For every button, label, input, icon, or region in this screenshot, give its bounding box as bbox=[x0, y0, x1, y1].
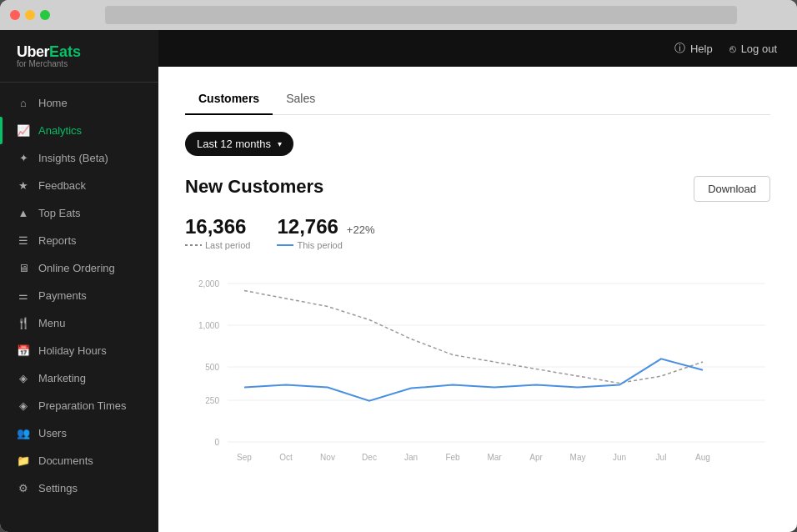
stat-this-value: 12,766 bbox=[277, 215, 338, 238]
documents-icon: 📁 bbox=[17, 454, 30, 467]
dot-maximize[interactable] bbox=[40, 10, 50, 20]
holiday-hours-icon: 📅 bbox=[17, 344, 30, 357]
sidebar-item-settings-label: Settings bbox=[38, 482, 78, 494]
insights-icon: ✦ bbox=[17, 152, 30, 164]
sidebar-item-analytics[interactable]: 📈 Analytics bbox=[0, 117, 158, 144]
sidebar-item-menu-label: Menu bbox=[38, 317, 66, 329]
stat-last-period: 16,366 Last period bbox=[185, 215, 250, 250]
main-content: ⓘ Help ⎋ Log out Customers Sales bbox=[158, 30, 797, 532]
url-bar[interactable] bbox=[105, 6, 737, 24]
sidebar-item-feedback[interactable]: ★ Feedback bbox=[0, 172, 158, 199]
svg-text:Dec: Dec bbox=[362, 453, 377, 462]
sidebar-item-insights[interactable]: ✦ Insights (Beta) bbox=[0, 144, 158, 172]
chevron-down-icon: ▾ bbox=[278, 139, 282, 148]
filter-row: Last 12 months ▾ bbox=[185, 132, 770, 156]
sidebar-item-online-ordering-label: Online Ordering bbox=[38, 262, 115, 274]
current-period-line bbox=[244, 359, 703, 400]
sidebar-item-top-eats[interactable]: ▲ Top Eats bbox=[0, 199, 158, 227]
svg-text:Oct: Oct bbox=[279, 453, 293, 462]
app-container: UberEats for Merchants ⌂ Home 📈 Analytic… bbox=[0, 30, 797, 532]
svg-text:Feb: Feb bbox=[445, 453, 460, 462]
sidebar-item-top-eats-label: Top Eats bbox=[38, 207, 81, 219]
svg-text:Mar: Mar bbox=[487, 453, 502, 462]
reports-icon: ☰ bbox=[17, 234, 30, 247]
sidebar-item-holiday-hours-label: Holiday Hours bbox=[38, 344, 107, 357]
tab-customers[interactable]: Customers bbox=[185, 83, 273, 115]
stat-this-period: 12,766 +22% This period bbox=[277, 215, 374, 250]
svg-text:Jan: Jan bbox=[404, 453, 418, 462]
preparation-times-icon: ◈ bbox=[17, 399, 30, 412]
stat-this-label-row: This period bbox=[277, 240, 374, 250]
svg-text:Sep: Sep bbox=[237, 453, 252, 462]
last-period-line-indicator bbox=[185, 244, 202, 246]
sidebar-item-marketing-label: Marketing bbox=[38, 372, 86, 384]
users-icon: 👥 bbox=[17, 427, 30, 439]
dot-minimize[interactable] bbox=[25, 10, 35, 20]
chart-container: 2,000 1,000 500 250 0 Sep Oct Nov Dec Ja… bbox=[185, 267, 770, 467]
browser-window: UberEats for Merchants ⌂ Home 📈 Analytic… bbox=[0, 0, 797, 532]
help-label: Help bbox=[690, 43, 713, 55]
logo-eats: Eats bbox=[49, 43, 81, 60]
this-period-line-indicator bbox=[277, 244, 293, 246]
svg-text:2,000: 2,000 bbox=[198, 279, 219, 289]
sidebar-item-feedback-label: Feedback bbox=[38, 179, 86, 192]
sidebar-item-holiday-hours[interactable]: 📅 Holiday Hours bbox=[0, 337, 158, 364]
home-icon: ⌂ bbox=[17, 97, 30, 109]
content-area: Customers Sales Last 12 months ▾ New Cus… bbox=[158, 67, 797, 532]
sidebar: UberEats for Merchants ⌂ Home 📈 Analytic… bbox=[0, 30, 158, 532]
logout-label: Log out bbox=[741, 43, 777, 55]
last-period-line bbox=[244, 291, 703, 384]
chart-svg: 2,000 1,000 500 250 0 Sep Oct Nov Dec Ja… bbox=[185, 267, 770, 467]
sidebar-item-reports-label: Reports bbox=[38, 234, 77, 247]
top-eats-icon: ▲ bbox=[17, 207, 30, 219]
svg-text:Jul: Jul bbox=[656, 453, 667, 462]
sidebar-item-analytics-label: Analytics bbox=[38, 124, 82, 137]
sidebar-item-online-ordering[interactable]: 🖥 Online Ordering bbox=[0, 254, 158, 282]
sidebar-logo: UberEats for Merchants bbox=[0, 30, 158, 83]
chart-title: New Customers bbox=[185, 176, 323, 198]
tabs: Customers Sales bbox=[185, 83, 770, 115]
help-button[interactable]: ⓘ Help bbox=[674, 41, 713, 56]
feedback-icon: ★ bbox=[17, 179, 30, 192]
stat-this-label: This period bbox=[297, 240, 342, 250]
svg-text:Nov: Nov bbox=[320, 453, 335, 462]
help-circle-icon: ⓘ bbox=[674, 41, 685, 56]
marketing-icon: ◈ bbox=[17, 372, 30, 384]
tab-sales[interactable]: Sales bbox=[273, 83, 328, 115]
logout-button[interactable]: ⎋ Log out bbox=[729, 43, 777, 55]
sidebar-item-reports[interactable]: ☰ Reports bbox=[0, 227, 158, 254]
stat-last-label-row: Last period bbox=[185, 240, 250, 250]
sidebar-item-users[interactable]: 👥 Users bbox=[0, 419, 158, 447]
sidebar-item-users-label: Users bbox=[38, 427, 67, 439]
svg-text:500: 500 bbox=[205, 363, 219, 372]
sidebar-item-preparation-times-label: Preparation Times bbox=[38, 399, 127, 412]
chart-header: New Customers Download bbox=[185, 176, 770, 202]
top-bar: ⓘ Help ⎋ Log out bbox=[158, 30, 797, 67]
logout-icon: ⎋ bbox=[729, 43, 736, 55]
sidebar-item-home[interactable]: ⌂ Home bbox=[0, 89, 158, 117]
svg-text:May: May bbox=[570, 453, 586, 462]
svg-text:Aug: Aug bbox=[695, 453, 710, 462]
download-button[interactable]: Download bbox=[694, 176, 770, 202]
stat-last-label: Last period bbox=[205, 240, 250, 250]
logo-uber: Uber bbox=[17, 43, 49, 60]
svg-text:1,000: 1,000 bbox=[198, 321, 219, 330]
sidebar-item-menu[interactable]: 🍴 Menu bbox=[0, 309, 158, 337]
sidebar-item-payments[interactable]: ⚌ Payments bbox=[0, 282, 158, 309]
svg-text:0: 0 bbox=[214, 438, 219, 447]
date-filter-button[interactable]: Last 12 months ▾ bbox=[185, 132, 293, 156]
sidebar-item-payments-label: Payments bbox=[38, 289, 87, 302]
settings-icon: ⚙ bbox=[17, 482, 30, 494]
sidebar-item-settings[interactable]: ⚙ Settings bbox=[0, 474, 158, 502]
sidebar-item-preparation-times[interactable]: ◈ Preparation Times bbox=[0, 392, 158, 419]
dot-close[interactable] bbox=[10, 10, 20, 20]
online-ordering-icon: 🖥 bbox=[17, 262, 30, 274]
svg-text:250: 250 bbox=[205, 396, 219, 405]
stat-change: +22% bbox=[347, 223, 375, 236]
sidebar-item-home-label: Home bbox=[38, 97, 68, 109]
stat-last-value: 16,366 bbox=[185, 215, 250, 238]
sidebar-item-documents[interactable]: 📁 Documents bbox=[0, 447, 158, 474]
analytics-icon: 📈 bbox=[17, 124, 30, 137]
sidebar-item-documents-label: Documents bbox=[38, 454, 93, 467]
sidebar-item-marketing[interactable]: ◈ Marketing bbox=[0, 364, 158, 392]
